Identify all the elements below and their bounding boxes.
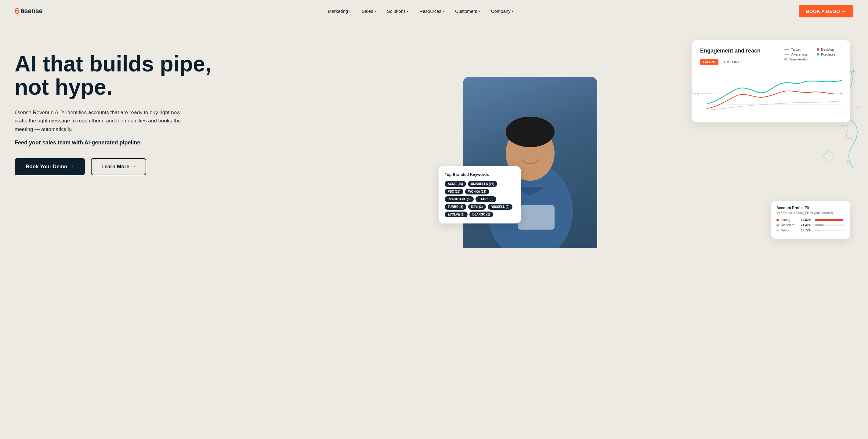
hero-cta-group: Book Your Demo → Learn More → xyxy=(14,158,451,175)
legend-decision: Decision xyxy=(817,48,842,51)
hero-visuals: Engagement and reach Target Decision Awa… xyxy=(451,40,854,248)
profile-dot-icon xyxy=(776,219,779,221)
legend-purchase: Purchase xyxy=(817,53,842,56)
keyword-tag: RAVI (3) xyxy=(468,204,486,210)
profile-bar-wrap xyxy=(815,230,845,231)
logo-icon: 6 xyxy=(14,6,20,16)
chevron-down-icon: ▾ xyxy=(374,9,376,13)
profile-row: Strong 14.82% xyxy=(776,218,845,222)
profile-label: Moderate xyxy=(781,224,798,227)
gray-line xyxy=(708,101,842,110)
keyword-tag: PBX (16) xyxy=(445,189,463,195)
book-demo-hero-button[interactable]: Book Your Demo → xyxy=(14,158,85,175)
profile-bar xyxy=(815,230,820,231)
profile-row: Moderate 21.41% xyxy=(776,224,845,227)
decision-dot-icon xyxy=(817,48,819,51)
hero-section: AI that builds pipe, not hype. 6sense Re… xyxy=(0,22,868,439)
tab-graph[interactable]: GRAPH xyxy=(700,59,718,65)
keyword-tag: RUSSELL (2) xyxy=(488,204,513,210)
chevron-down-icon: ▾ xyxy=(512,9,513,13)
red-line xyxy=(708,91,842,109)
learn-more-button[interactable]: Learn More → xyxy=(91,158,146,175)
keyword-tag: INSIGHTFUL (5) xyxy=(445,196,474,202)
logo[interactable]: 6 6sense xyxy=(14,6,42,16)
tab-timeline[interactable]: TIMELINE xyxy=(723,60,740,64)
profile-bar xyxy=(815,219,843,221)
legend-target: Target xyxy=(784,48,809,51)
profile-dot-icon xyxy=(776,229,779,232)
svg-point-1 xyxy=(857,107,859,108)
keyword-tag: ACME (46) xyxy=(445,181,466,187)
nav-links: Marketing ▾ Sales ▾ Solutions ▾ Resource… xyxy=(328,8,513,14)
profile-label: Weak xyxy=(781,229,798,232)
profile-card: Account Profile Fit 14.82% are a Strong … xyxy=(771,201,850,239)
profile-label: Strong xyxy=(781,218,798,222)
profile-bar xyxy=(815,224,824,226)
line-chart-svg xyxy=(708,72,842,115)
chart-legend: Target Decision Awareness Purchase xyxy=(784,48,842,61)
hero-description: 6sense Revenue AI™ identifies accounts t… xyxy=(14,108,186,134)
keyword-tag: STARK (5) xyxy=(475,196,497,202)
profile-bar-wrap xyxy=(815,224,845,226)
profile-pct: 14.82% xyxy=(801,218,812,222)
chevron-down-icon: ▾ xyxy=(478,9,480,13)
book-demo-button[interactable]: BOOK A DEMO → xyxy=(799,5,854,18)
keyword-tag: EVOLVE (1) xyxy=(445,211,468,217)
consideration-dot-icon xyxy=(784,58,787,60)
profile-dot-icon xyxy=(776,224,779,227)
legend-consideration: Consideration xyxy=(784,57,809,61)
profile-card-subtitle: 14.82% are a Strong Fit for your busines… xyxy=(776,211,845,215)
purchase-dot-icon xyxy=(817,53,819,56)
navigation: 6 6sense Marketing ▾ Sales ▾ Solutions ▾… xyxy=(0,0,868,22)
nav-marketing[interactable]: Marketing ▾ xyxy=(328,8,351,14)
chart-wrapper: Engagement Score xyxy=(700,70,842,116)
profile-pct: 63.77% xyxy=(801,229,812,232)
keyword-tag: WONKA (11) xyxy=(465,189,489,195)
svg-point-0 xyxy=(852,70,855,72)
keyword-tag: UMBRELLA (16) xyxy=(468,181,497,187)
nav-company[interactable]: Company ▾ xyxy=(491,8,513,14)
nav-customers[interactable]: Customers ▾ xyxy=(455,8,480,14)
legend-awareness: Awareness xyxy=(784,53,809,56)
svg-point-10 xyxy=(506,117,555,147)
awareness-line-icon xyxy=(784,54,789,55)
keyword-tag: DJANGO (1) xyxy=(469,211,493,217)
nav-resources[interactable]: Resources ▾ xyxy=(420,8,444,14)
y-axis-label: Engagement Score xyxy=(691,92,713,95)
keywords-card: Top Branded Keywords ACME (46)UMBRELLA (… xyxy=(439,166,521,224)
profile-card-title: Account Profile Fit xyxy=(776,206,845,210)
logo-text: 6sense xyxy=(21,7,43,15)
keywords-card-title: Top Branded Keywords xyxy=(445,172,515,177)
engagement-card-title: Engagement and reach xyxy=(700,48,761,54)
chevron-down-icon: ▾ xyxy=(349,9,351,13)
target-line-icon xyxy=(784,49,789,50)
engagement-card: Engagement and reach Target Decision Awa… xyxy=(691,40,850,122)
hero-tagline: Feed your sales team with AI-generated p… xyxy=(14,140,451,146)
nav-solutions[interactable]: Solutions ▾ xyxy=(387,8,409,14)
chevron-down-icon: ▾ xyxy=(442,9,444,13)
keywords-grid: ACME (46)UMBRELLA (16)PBX (16)WONKA (11)… xyxy=(445,181,515,217)
svg-rect-11 xyxy=(518,205,555,230)
hero-content: AI that builds pipe, not hype. 6sense Re… xyxy=(14,40,451,175)
profile-row: Weak 63.77% xyxy=(776,229,845,232)
keyword-tag: TURBO (3) xyxy=(445,204,466,210)
chevron-down-icon: ▾ xyxy=(407,9,408,13)
profile-pct: 21.41% xyxy=(801,224,812,227)
nav-sales[interactable]: Sales ▾ xyxy=(362,8,376,14)
profile-bar-wrap xyxy=(815,219,845,221)
hero-title: AI that builds pipe, not hype. xyxy=(14,53,451,98)
